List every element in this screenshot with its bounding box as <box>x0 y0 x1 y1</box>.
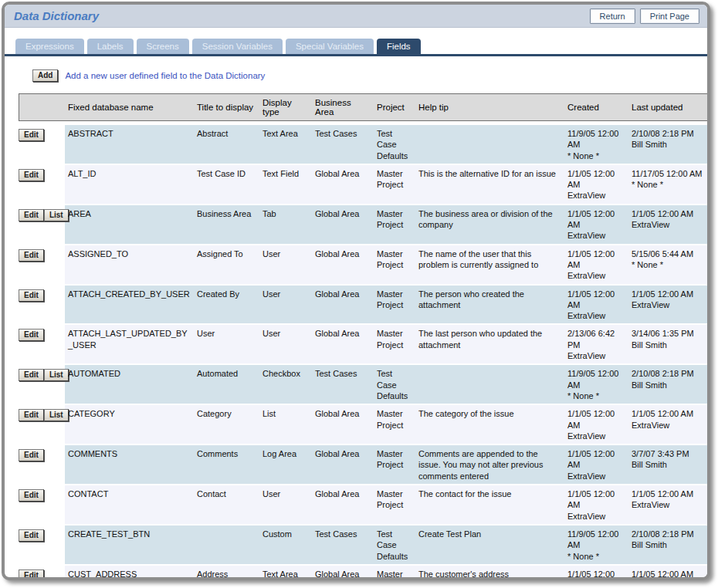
created: 1/1/05 12:00 AMExtraView <box>564 205 628 245</box>
edit-button[interactable]: Edit <box>19 289 44 302</box>
edit-button[interactable]: Edit <box>19 329 44 341</box>
edit-button[interactable]: Edit <box>19 569 44 580</box>
edit-button[interactable]: Edit <box>19 129 44 141</box>
field-name: ABSTRACT <box>65 125 194 165</box>
project: Master Project <box>374 445 415 485</box>
list-button[interactable]: List <box>44 409 69 421</box>
created: 2/13/06 6:42 PMExtraView <box>564 325 628 365</box>
tab-fields[interactable]: Fields <box>377 39 421 54</box>
last-updated-by: * None * <box>632 259 705 270</box>
field-title: Category <box>194 405 259 445</box>
last-updated-date: 2/10/08 2:18 PM <box>632 368 705 379</box>
row-actions: EditList <box>19 365 65 405</box>
fields-table: Fixed database nameTitle to displayDispl… <box>19 93 709 580</box>
last-updated-date: 1/1/05 12:00 AM <box>632 289 705 299</box>
field-title: Assigned To <box>194 245 259 286</box>
row-actions: EditList <box>19 205 65 245</box>
last-updated: 1/1/05 12:00 AMExtraView <box>628 405 709 445</box>
project: Master Project <box>374 165 415 205</box>
tab-session-variables[interactable]: Session Variables <box>192 39 283 54</box>
edit-button[interactable]: Edit <box>19 209 44 221</box>
last-updated-by: ExtraView <box>632 299 705 310</box>
edit-button[interactable]: Edit <box>19 169 44 181</box>
row-actions: Edit <box>19 245 65 286</box>
created: 1/1/05 12:00 AMExtraView <box>564 485 628 525</box>
created-date: 11/9/05 12:00 AM <box>567 128 625 150</box>
add-description: Add a new user defined field to the Data… <box>65 71 265 80</box>
created-date: 1/1/05 12:00 AM <box>567 488 625 511</box>
return-button[interactable]: Return <box>590 8 635 24</box>
field-title: Abstract <box>194 125 259 165</box>
display-type: Log Area <box>259 445 312 485</box>
display-type: Tab <box>259 205 312 245</box>
add-button[interactable]: Add <box>32 69 58 82</box>
project: Master Project <box>374 405 415 445</box>
tab-screens[interactable]: Screens <box>137 39 189 54</box>
table-header-row: Fixed database nameTitle to displayDispl… <box>19 93 709 121</box>
help-tip: The name of the user that this problem i… <box>415 245 564 286</box>
row-actions: Edit <box>19 165 65 205</box>
row-actions: Edit <box>19 125 65 165</box>
created: 1/1/05 12:00 AMExtraView <box>564 405 628 445</box>
table-row: EditALT_IDTest Case IDText FieldGlobal A… <box>19 165 709 205</box>
tab-special-variables[interactable]: Special Variables <box>286 39 374 54</box>
last-updated-date: 1/1/05 12:00 AM <box>632 208 705 219</box>
list-button[interactable]: List <box>44 209 69 221</box>
project: Master Project <box>374 205 415 245</box>
list-button[interactable]: List <box>44 369 69 381</box>
table-row: EditListAREABusiness AreaTabGlobal AreaM… <box>19 205 709 245</box>
created-by: ExtraView <box>567 431 625 441</box>
last-updated: 1/1/05 12:00 AMExtraView <box>628 566 709 580</box>
created: 1/1/05 12:00 AMExtraView <box>564 566 628 580</box>
created-date: 11/9/05 12:00 AM <box>567 368 625 390</box>
table-row: EditATTACH_LAST_UPDATED_BY_USERUserUserG… <box>19 325 709 365</box>
last-updated-date: 1/1/05 12:00 AM <box>632 408 705 419</box>
created-date: 1/1/05 12:00 AM <box>567 208 625 231</box>
table-row: EditCREATE_TEST_BTNCustomTest CasesTest … <box>19 525 709 566</box>
edit-button[interactable]: Edit <box>19 249 44 262</box>
field-name: ALT_ID <box>65 165 194 205</box>
title-bar: Data Dictionary Return Print Page <box>5 5 707 28</box>
help-tip: The contact for the issue <box>415 485 564 525</box>
last-updated: 1/1/05 12:00 AMExtraView <box>628 286 709 326</box>
column-header-last-updated: Last updated <box>628 93 709 121</box>
column-header-project: Project <box>374 93 415 121</box>
field-name: CUST_ADDRESS <box>65 566 194 580</box>
last-updated-by: Bill Smith <box>632 380 705 390</box>
actions-column-header <box>19 93 65 121</box>
edit-button[interactable]: Edit <box>19 489 44 502</box>
column-header-created: Created <box>564 93 628 121</box>
edit-button[interactable]: Edit <box>19 369 44 381</box>
edit-button[interactable]: Edit <box>19 529 44 542</box>
project: Test Case Defaults <box>374 365 415 405</box>
created-date: 1/1/05 12:00 AM <box>567 289 625 311</box>
created-date: 11/9/05 12:00 AM <box>567 529 625 551</box>
tab-expressions[interactable]: Expressions <box>15 39 84 54</box>
last-updated-date: 5/15/06 5:44 AM <box>632 248 705 259</box>
project: Master Project <box>374 566 415 580</box>
field-name: ATTACH_LAST_UPDATED_BY_USER <box>65 325 194 365</box>
project: Test Case Defaults <box>374 125 415 165</box>
business-area: Test Cases <box>312 365 374 405</box>
field-name: ATTACH_CREATED_BY_USER <box>65 286 194 326</box>
print-page-button[interactable]: Print Page <box>640 8 699 24</box>
page-frame: Data Dictionary Return Print Page Expres… <box>2 2 710 580</box>
display-type: Text Area <box>259 566 312 580</box>
display-type: Custom <box>259 525 312 566</box>
tab-bar: ExpressionsLabelsScreensSession Variable… <box>15 39 707 54</box>
business-area: Global Area <box>312 205 374 245</box>
table-row: EditCONTACTContactUserGlobal AreaMaster … <box>19 485 709 525</box>
last-updated-date: 1/1/05 12:00 AM <box>632 569 705 580</box>
table-row: EditABSTRACTAbstractText AreaTest CasesT… <box>19 125 709 165</box>
row-actions: Edit <box>19 566 65 580</box>
business-area: Global Area <box>312 245 374 286</box>
field-title: Business Area <box>194 205 259 245</box>
help-tip: This is the alternative ID for an issue <box>415 165 564 205</box>
created-date: 1/1/05 12:00 AM <box>567 248 625 271</box>
tab-labels[interactable]: Labels <box>87 39 134 54</box>
edit-button[interactable]: Edit <box>19 449 44 461</box>
created-by: * None * <box>567 150 625 161</box>
help-tip <box>415 125 564 165</box>
edit-button[interactable]: Edit <box>19 409 44 421</box>
last-updated-by: ExtraView <box>632 219 705 230</box>
